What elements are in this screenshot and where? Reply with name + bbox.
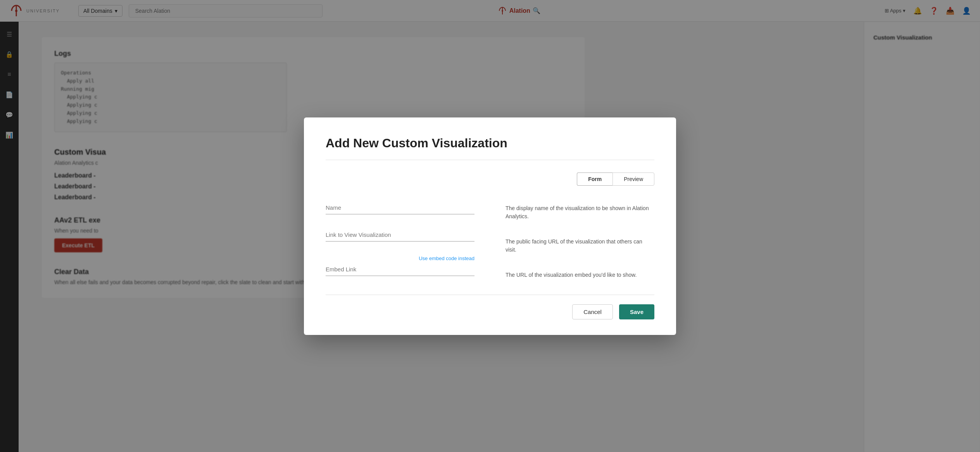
- form-right-column: The display name of the visualization to…: [506, 201, 654, 279]
- name-field-group: [326, 201, 474, 214]
- modal-form: Use embed code instead The display name …: [326, 201, 654, 279]
- modal-top-divider: [326, 160, 654, 160]
- tab-form[interactable]: Form: [577, 173, 612, 186]
- name-input[interactable]: [326, 201, 474, 214]
- embed-field-group: Use embed code instead: [326, 255, 474, 276]
- modal-footer: Cancel Save: [326, 304, 654, 319]
- form-left-column: Use embed code instead: [326, 201, 474, 279]
- save-button[interactable]: Save: [619, 304, 654, 319]
- name-hint: The display name of the visualization to…: [506, 201, 654, 221]
- link-field-group: [326, 228, 474, 242]
- cancel-button[interactable]: Cancel: [572, 304, 613, 319]
- modal-overlay[interactable]: Add New Custom Visualization Form Previe…: [0, 0, 980, 452]
- embed-input[interactable]: [326, 263, 474, 276]
- modal-dialog: Add New Custom Visualization Form Previe…: [304, 117, 676, 335]
- modal-title: Add New Custom Visualization: [326, 136, 654, 150]
- use-embed-code-link[interactable]: Use embed code instead: [419, 255, 474, 261]
- modal-bottom-divider: [326, 295, 654, 295]
- modal-tabs: Form Preview: [326, 173, 654, 186]
- link-hint: The public facing URL of the visualizati…: [506, 235, 654, 254]
- tab-preview[interactable]: Preview: [612, 173, 654, 186]
- embed-hint: The URL of the visualization embed you'd…: [506, 268, 654, 279]
- link-input[interactable]: [326, 228, 474, 242]
